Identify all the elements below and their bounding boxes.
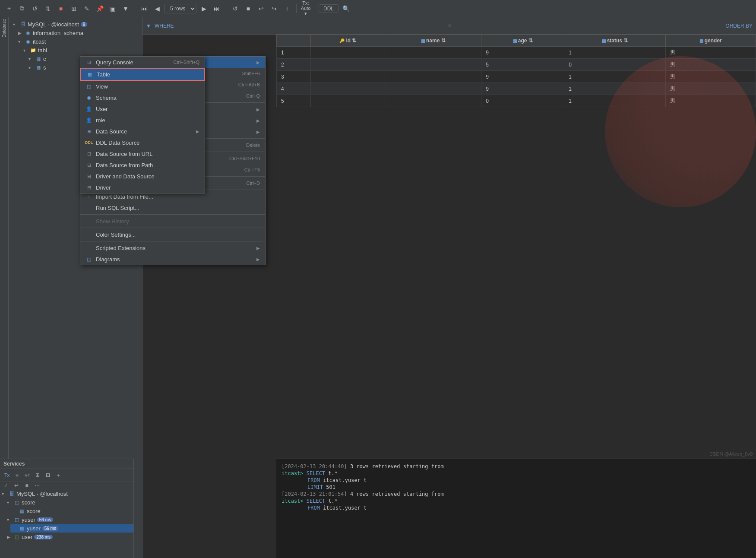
- menu-item-run-sql[interactable]: Run SQL Script...: [80, 202, 265, 213]
- last-button[interactable]: ⏭: [211, 3, 222, 14]
- cell-gender[interactable]: 男: [665, 83, 756, 95]
- more-services-icon[interactable]: ⋯: [33, 482, 41, 488]
- cell-name[interactable]: [385, 95, 481, 107]
- redo-button[interactable]: ↪: [269, 3, 280, 14]
- cell-age[interactable]: 5: [481, 59, 564, 71]
- rows-selector[interactable]: 5 rows: [164, 4, 196, 13]
- submenu-role-label: role: [96, 117, 105, 124]
- funnel-button[interactable]: ▼: [120, 3, 131, 14]
- first-button[interactable]: ⏮: [139, 3, 150, 14]
- table-row[interactable]: 2 5 0 男: [277, 59, 756, 71]
- col-header-age[interactable]: ▦age ⇅: [481, 35, 564, 47]
- tree-label-itcast: itcast: [33, 38, 46, 45]
- cell-age[interactable]: 9: [481, 71, 564, 83]
- cancel-button[interactable]: ■: [243, 3, 254, 14]
- submenu-data-source-path[interactable]: ⊟ Data Source from Path: [80, 159, 205, 171]
- table-row[interactable]: 5 0 1 男: [277, 95, 756, 107]
- cell-gender[interactable]: 男: [665, 59, 756, 71]
- cell-status[interactable]: 1: [564, 47, 665, 59]
- col-header-status[interactable]: ▦status ⇅: [564, 35, 665, 47]
- cell-age[interactable]: 9: [481, 47, 564, 59]
- menu-item-color-settings[interactable]: Color Settings...: [80, 229, 265, 240]
- console-text: itcast.yuser t: [320, 477, 367, 483]
- submenu-schema[interactable]: ◉ Schema: [80, 92, 205, 103]
- services-score-table[interactable]: ▦ score: [10, 507, 133, 515]
- search-button[interactable]: 🔍: [340, 3, 351, 14]
- tree-item-tables-folder[interactable]: ▾ 📁 tabl: [22, 46, 139, 54]
- reload-button[interactable]: ↺: [230, 3, 241, 14]
- view-button[interactable]: ▣: [107, 3, 118, 14]
- cell-id[interactable]: [311, 59, 385, 71]
- submenu-table-label: Table: [97, 71, 110, 78]
- tree-root-mysql[interactable]: ▾ 🗄 MySQL - @localhost 9: [11, 20, 139, 29]
- cell-name[interactable]: [385, 59, 481, 71]
- services-yuser-table[interactable]: ▦ yuser 56 ms: [10, 524, 133, 533]
- rollback-icon[interactable]: ↩: [12, 482, 21, 488]
- services-btn-3[interactable]: ⊞: [33, 470, 42, 480]
- cell-gender[interactable]: 男: [665, 71, 756, 83]
- services-btn-1[interactable]: ≡: [12, 470, 22, 480]
- database-tab[interactable]: Database: [2, 19, 6, 38]
- stop-button[interactable]: ■: [55, 3, 66, 14]
- menu-item-diagrams[interactable]: ◫ Diagrams ▶: [80, 254, 265, 265]
- submenu-driver[interactable]: ⊟ Driver: [80, 182, 205, 193]
- col-header-id[interactable]: 🔑id ⇅: [311, 35, 385, 47]
- submenu-user[interactable]: 👤 User: [80, 103, 205, 114]
- cell-age[interactable]: 0: [481, 95, 564, 107]
- commit-icon[interactable]: ✓: [9, 482, 10, 488]
- cell-name[interactable]: [385, 47, 481, 59]
- cell-gender[interactable]: 男: [665, 95, 756, 107]
- cell-status[interactable]: 1: [564, 95, 665, 107]
- stop-services-icon[interactable]: ■: [22, 482, 31, 488]
- ddl-button[interactable]: DDL: [319, 4, 338, 13]
- services-score-group[interactable]: ▾ ◫ score: [9, 498, 133, 507]
- submenu-data-source-url[interactable]: ⊟ Data Source from URL: [80, 148, 205, 159]
- next-button[interactable]: ▶: [198, 3, 209, 14]
- cell-id[interactable]: [311, 95, 385, 107]
- console-text: 501: [323, 484, 335, 490]
- submenu-view[interactable]: ◫ View: [80, 81, 205, 92]
- tree-item-itcast[interactable]: ▾ ◉ itcast: [16, 37, 139, 46]
- add-button[interactable]: ＋: [3, 3, 15, 14]
- table-row[interactable]: 3 9 1 男: [277, 71, 756, 83]
- col-header-gender[interactable]: ▦gender: [665, 35, 756, 47]
- grid-button[interactable]: ⊞: [68, 3, 79, 14]
- services-btn-5[interactable]: ＋: [54, 470, 63, 480]
- cell-age[interactable]: 9: [481, 83, 564, 95]
- services-btn-4[interactable]: ⊡: [43, 470, 53, 480]
- cell-name[interactable]: [385, 71, 481, 83]
- cell-status[interactable]: 1: [564, 71, 665, 83]
- services-btn-2[interactable]: ≡↑: [22, 470, 32, 480]
- submenu-driver-data-source[interactable]: ⊟ Driver and Data Source: [80, 171, 205, 182]
- cell-id[interactable]: [311, 71, 385, 83]
- refresh-button[interactable]: ↺: [29, 3, 41, 14]
- submenu-role[interactable]: 👤 role: [80, 114, 205, 126]
- menu-item-scripted-ext[interactable]: Scripted Extensions ▶: [80, 242, 265, 254]
- table-row[interactable]: 4 9 1 男: [277, 83, 756, 95]
- services-yuser-group[interactable]: ▾ ◫ yuser 56 ms: [9, 515, 133, 524]
- cell-id[interactable]: [311, 83, 385, 95]
- copy-button[interactable]: ⧉: [16, 3, 28, 14]
- edit-button[interactable]: ✎: [81, 3, 92, 14]
- tree-item-info-schema[interactable]: ▶ ◉ information_schema: [16, 29, 139, 37]
- submenu-ddl-data-source[interactable]: DDL DDL Data Source: [80, 137, 205, 148]
- submenu-data-source[interactable]: ⊕ Data Source ▶: [80, 126, 205, 137]
- services-user-group[interactable]: ▶ ◫ user 238 ms: [9, 533, 133, 541]
- filter-button[interactable]: ⇅: [42, 3, 54, 14]
- undo-button[interactable]: ↩: [256, 3, 267, 14]
- cell-status[interactable]: 1: [564, 83, 665, 95]
- cell-gender[interactable]: 男: [665, 47, 756, 59]
- up-button[interactable]: ↑: [282, 3, 293, 14]
- col-header-name[interactable]: ▦name ⇅: [385, 35, 481, 47]
- cell-id[interactable]: [311, 47, 385, 59]
- tx-button[interactable]: Tx: Auto ▾: [300, 3, 311, 14]
- submenu-query-console[interactable]: ⊡ Query Console Ctrl+Shift+Q: [80, 57, 205, 68]
- menu-show-history-label: Show History: [96, 218, 129, 225]
- submenu-table[interactable]: ▦ Table: [80, 68, 205, 81]
- cell-name[interactable]: [385, 83, 481, 95]
- services-mysql-root[interactable]: ▾ 🗄 MySQL - @localhost: [9, 489, 133, 498]
- prev-button[interactable]: ◀: [152, 3, 163, 14]
- pin-button[interactable]: 📌: [94, 3, 105, 14]
- cell-status[interactable]: 0: [564, 59, 665, 71]
- table-row[interactable]: 1 9 1 男: [277, 47, 756, 59]
